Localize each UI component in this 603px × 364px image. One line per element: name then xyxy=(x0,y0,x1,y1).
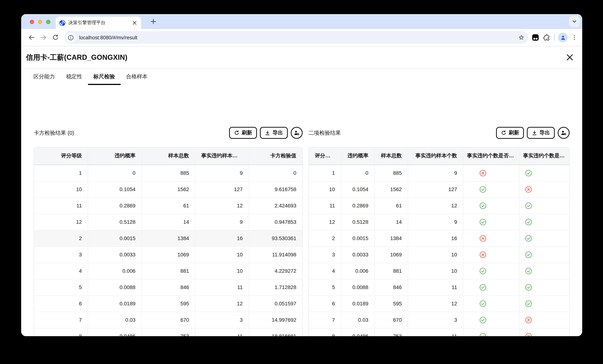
table-row[interactable]: 20.0015138416 xyxy=(309,230,569,246)
table-row[interactable]: 20.001513841693.530361 xyxy=(34,230,302,246)
reload-button[interactable] xyxy=(49,32,61,43)
address-bar[interactable]: localhost:8080/#/mv/result xyxy=(64,31,528,44)
chi-square-title: 卡方检验结果 (0) xyxy=(34,129,74,136)
cell: 2.424693 xyxy=(249,197,302,214)
chi-column-settings-button[interactable] xyxy=(291,127,303,139)
maximize-window-icon[interactable] xyxy=(46,20,50,24)
cell: 1384 xyxy=(374,230,408,246)
cell: 0.0486 xyxy=(88,328,141,336)
check-circle-icon xyxy=(519,214,569,230)
forward-button[interactable] xyxy=(37,32,49,43)
cell: 14 xyxy=(374,214,408,230)
browser-tab-strip: 决策引擎管理平台 xyxy=(21,14,582,29)
cell: 7 xyxy=(34,312,88,328)
cell: 881 xyxy=(141,263,195,279)
cell: 0.0088 xyxy=(88,279,141,295)
chi-export-button[interactable]: 导出 xyxy=(260,127,288,139)
browser-menu-icon[interactable] xyxy=(571,34,578,41)
new-tab-button[interactable] xyxy=(149,17,158,26)
check-circle-icon xyxy=(463,214,519,230)
table-row[interactable]: 80.04867531118.816681 xyxy=(34,328,302,336)
binomial-export-button[interactable]: 导出 xyxy=(527,127,555,139)
table-row[interactable]: 50.0088846111.712828 xyxy=(34,279,302,295)
cell: 2 xyxy=(309,230,341,246)
chi-refresh-button[interactable]: 刷新 xyxy=(229,127,257,139)
check-circle-icon xyxy=(519,165,569,181)
tab-区分能力[interactable]: 区分能力 xyxy=(28,73,60,85)
cell: 10 xyxy=(309,181,341,197)
table-row[interactable]: 50.008884611 xyxy=(309,279,569,295)
minimize-window-icon[interactable] xyxy=(38,20,42,24)
cell: 12 xyxy=(195,197,249,214)
table-row[interactable]: 60.0189595120.051597 xyxy=(34,295,302,312)
cross-circle-icon xyxy=(519,328,569,336)
cell: 670 xyxy=(141,312,195,328)
binomial-table-body: 108859100.10541562127110.28696112120.512… xyxy=(309,165,569,336)
tab-search-chevron-icon[interactable] xyxy=(569,16,580,27)
table-row[interactable]: 60.018959512 xyxy=(309,295,569,312)
table-row[interactable]: 100.10541562127 xyxy=(309,181,569,197)
cell: 0.947853 xyxy=(249,214,302,230)
back-button[interactable] xyxy=(26,32,37,43)
cell: 1.712828 xyxy=(249,279,302,295)
close-window-icon[interactable] xyxy=(30,20,34,24)
cell: 0.03 xyxy=(341,312,374,328)
binomial-column-settings-button[interactable] xyxy=(558,127,569,139)
close-icon[interactable] xyxy=(565,53,574,62)
profile-avatar[interactable] xyxy=(558,33,568,42)
chi-square-section: 卡方检验结果 (0) 刷新 导出 xyxy=(34,126,303,336)
cell: 6 xyxy=(34,295,88,312)
cell: 10 xyxy=(195,263,249,279)
column-header: 事实违约个数是否小... xyxy=(463,147,519,165)
table-row[interactable]: 40.00688110 xyxy=(309,263,569,279)
table-row[interactable]: 100.105415621279.616758 xyxy=(34,181,302,197)
table-row[interactable]: 70.03670314.997692 xyxy=(34,312,302,328)
table-row[interactable]: 110.28696112 xyxy=(309,197,569,214)
binomial-title: 二项检验结果 xyxy=(309,129,341,136)
cell: 9 xyxy=(408,165,463,181)
check-circle-icon xyxy=(463,197,519,214)
tab-稳定性[interactable]: 稳定性 xyxy=(60,73,88,85)
cross-circle-icon xyxy=(519,312,569,328)
cell: 0.1054 xyxy=(88,181,141,197)
table-row[interactable]: 40.006881104.229272 xyxy=(34,263,302,279)
check-circle-icon xyxy=(519,263,569,279)
cell: 12 xyxy=(408,295,463,312)
check-circle-icon xyxy=(463,312,519,328)
cell: 127 xyxy=(195,181,249,197)
cell: 0.051597 xyxy=(249,295,302,312)
cell: 885 xyxy=(141,165,195,181)
site-info-icon[interactable] xyxy=(66,33,76,43)
table-row[interactable]: 120.51281490.947853 xyxy=(34,214,302,230)
table-row[interactable]: 30.003310691011.914098 xyxy=(34,246,302,263)
extensions-puzzle-icon[interactable] xyxy=(543,34,551,41)
cell: 16 xyxy=(195,230,249,246)
page-content: 信用卡-工薪(CARD_GONGXIN) 区分能力稳定性标尺检验合格样本 卡方检… xyxy=(21,46,582,336)
tab-合格样本[interactable]: 合格样本 xyxy=(120,73,153,85)
cell: 3 xyxy=(408,312,463,328)
table-row[interactable]: 1088590 xyxy=(34,165,302,181)
table-row[interactable]: 30.0033106910 xyxy=(309,246,569,263)
cell: 4 xyxy=(34,263,88,279)
cell: 12 xyxy=(408,197,463,214)
cell: 3 xyxy=(34,246,88,263)
toolbar-separator xyxy=(554,34,555,41)
check-circle-icon xyxy=(463,295,519,312)
check-circle-icon xyxy=(463,263,519,279)
table-row[interactable]: 70.036703 xyxy=(309,312,569,328)
binomial-refresh-button[interactable]: 刷新 xyxy=(496,127,524,139)
tab-close-icon[interactable] xyxy=(131,20,137,26)
tab-标尺检验[interactable]: 标尺检验 xyxy=(88,73,120,85)
check-circle-icon xyxy=(463,181,519,197)
cell: 61 xyxy=(374,197,408,214)
cell: 10 xyxy=(408,263,463,279)
cell: 11 xyxy=(34,197,88,214)
table-row[interactable]: 80.048675311 xyxy=(309,328,569,336)
table-row[interactable]: 110.286961122.424693 xyxy=(34,197,302,214)
table-row[interactable]: 108859 xyxy=(309,165,569,181)
bookmark-star-icon[interactable] xyxy=(516,32,526,43)
table-row[interactable]: 120.5128149 xyxy=(309,214,569,230)
export-label: 导出 xyxy=(540,129,550,136)
browser-tab[interactable]: 决策引擎管理平台 xyxy=(56,17,141,29)
extension-app-icon[interactable] xyxy=(531,34,540,42)
